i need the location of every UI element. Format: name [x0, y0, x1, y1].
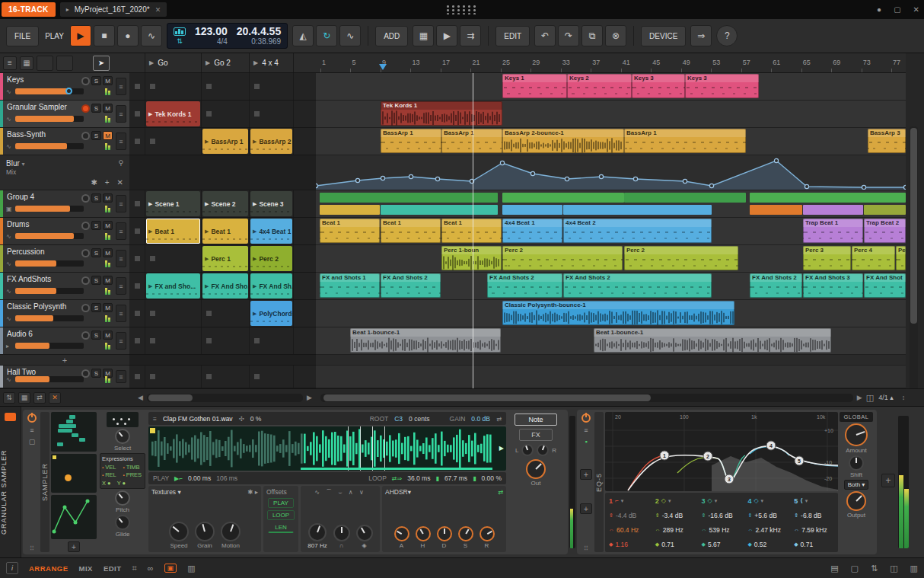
arm-button[interactable] [81, 276, 90, 285]
loop-start-value[interactable]: 36.0 ms [407, 474, 430, 482]
launcher-cell[interactable]: ▶Tek Kords 1 [145, 101, 202, 127]
pan-right-knob[interactable] [537, 444, 549, 456]
arranger-clip[interactable]: 4x4 Beat 1 [502, 219, 562, 243]
cents-value[interactable]: 0 cents [409, 415, 429, 423]
track-row[interactable]: FX AndShots∿SM≡ [0, 273, 129, 300]
freeze-icon[interactable]: ✱ ▸ [247, 488, 258, 496]
grain-knob[interactable] [195, 522, 215, 541]
arm-button[interactable] [81, 132, 90, 140]
arm-button[interactable] [81, 369, 90, 378]
random-display[interactable] [107, 412, 139, 427]
launcher-cell[interactable]: ▶Scene 1 [145, 190, 202, 217]
group-mini-clip[interactable] [320, 205, 380, 215]
snap-icon[interactable]: ⌗ [132, 564, 137, 573]
grain-size-knob[interactable] [308, 523, 327, 541]
wave-zoom-icon[interactable]: ⇄ [496, 415, 502, 423]
arranger-clip[interactable]: Keys 1 [502, 74, 567, 98]
track-menu-button[interactable]: ≡ [116, 332, 126, 350]
eq-band-select[interactable]: 2◇▾ [653, 497, 698, 505]
record-button[interactable]: ● [117, 25, 139, 46]
gain-value[interactable]: 0.0 dB [471, 415, 490, 423]
sampler-power-button[interactable] [27, 414, 37, 423]
notes-panel-icon[interactable]: ▢ [851, 564, 859, 573]
eq-band-freq[interactable]: ⇔289 Hz [653, 526, 698, 534]
eq-band-freq[interactable]: ⇔60.4 Hz [607, 526, 652, 534]
solo-button[interactable]: S [91, 303, 101, 312]
arranger-clip[interactable]: Perc 1-boun [441, 246, 502, 270]
launcher-clip[interactable]: ▶Scene 2 [202, 191, 248, 216]
track-name[interactable]: Bass-Synth [7, 130, 46, 139]
mute-button[interactable]: M [103, 331, 113, 340]
grid-resolution-label[interactable]: 4/1 ▴ [874, 394, 898, 401]
group-mini-clip[interactable] [750, 205, 802, 215]
track-menu-button[interactable]: ≡ [116, 277, 126, 295]
stop-button[interactable] [129, 245, 145, 272]
detail-panel-icon[interactable]: ▥ [910, 564, 918, 573]
track-volume-bar[interactable] [15, 376, 84, 382]
launcher-clip[interactable]: ▶BassArp 2 [250, 129, 292, 154]
browser-bars-button[interactable]: ▦ [413, 25, 434, 46]
launcher-clip[interactable]: ▶Perc 1 [202, 246, 248, 271]
eq-band-select[interactable]: 5⟨▾ [792, 497, 836, 505]
follow-playback-button[interactable]: ▶ [436, 25, 457, 46]
select-knob[interactable] [115, 429, 130, 444]
stretch-value[interactable]: 0 % [250, 415, 262, 423]
launcher-cell[interactable]: ▶Perc 2 [250, 245, 294, 272]
offset-loop[interactable]: LOOP [267, 510, 295, 520]
launcher-cell[interactable] [202, 327, 250, 354]
redo-button[interactable]: ↷ [558, 25, 579, 46]
project-close-icon[interactable]: ✕ [155, 6, 161, 14]
stop-button[interactable]: ■ [94, 25, 115, 46]
track-volume-bar[interactable] [15, 315, 84, 321]
launcher-cell[interactable]: ▶Scene 2 [202, 190, 250, 217]
launcher-clip[interactable]: ▶FX And Sho... [202, 273, 248, 299]
track-volume-bar[interactable] [15, 116, 84, 122]
automation-lane[interactable] [316, 155, 906, 190]
add-button[interactable]: ADD [375, 26, 408, 46]
launcher-clip[interactable]: ▶Tek Kords 1 [146, 101, 200, 126]
scene-header-1[interactable]: ▶Go [145, 53, 202, 72]
track-name[interactable]: Classic Polysynth [7, 302, 66, 311]
track-menu-button[interactable]: ≡ [116, 78, 126, 95]
stop-button[interactable] [129, 273, 145, 299]
arm-button[interactable] [81, 104, 90, 113]
play-length-value[interactable]: 106 ms [216, 474, 237, 482]
metronome-button[interactable]: ◭ [292, 25, 314, 46]
eq-mode-dropdown[interactable]: Both ▾ [844, 480, 869, 490]
scene-play-icon[interactable]: ▶ [253, 59, 258, 66]
eq-slot-add-2[interactable]: + [580, 503, 592, 514]
waveform-display[interactable]: ▶ [148, 426, 506, 471]
track-row[interactable]: Bass-Synth∿SM≡ [0, 128, 129, 155]
pan-left-knob[interactable] [521, 444, 534, 456]
sampler-name-vertical[interactable]: SAMPLER [40, 412, 49, 552]
expression-axis-y[interactable]: Y ● [117, 480, 126, 487]
launcher-clip[interactable]: ▶Scene 1 [146, 191, 200, 216]
expand-icon[interactable]: ↕ [898, 394, 910, 401]
stop-button[interactable] [129, 101, 145, 127]
track-menu-button[interactable]: ≡ [116, 222, 126, 240]
punch-button[interactable]: ∿ [339, 25, 361, 46]
expression-vel[interactable]: VEL [102, 464, 123, 471]
arranger-clip[interactable]: BassArp 1 [381, 129, 441, 153]
group-mini-clip[interactable] [563, 205, 712, 215]
arranger-clip[interactable]: BassArp 3 [868, 129, 906, 153]
launcher-cell[interactable] [145, 327, 202, 354]
launcher-cell[interactable]: ▶Perc 1 [202, 245, 250, 272]
edit-button[interactable]: EDIT [495, 26, 530, 46]
file-button[interactable]: FILE [6, 26, 39, 46]
window-restore-icon[interactable]: ▢ [894, 5, 900, 14]
display-mode-icon[interactable] [174, 27, 186, 36]
launcher-cell[interactable] [250, 366, 294, 388]
sample-filename[interactable]: Clap FM Gothen 01.wav [163, 415, 233, 423]
group-mini-clip[interactable] [381, 205, 498, 215]
stop-button[interactable] [129, 73, 145, 100]
window-dot-icon[interactable]: ● [877, 5, 881, 14]
arranger-clip[interactable]: Beat 1 [441, 219, 502, 243]
track-name[interactable]: Percussion [7, 247, 44, 256]
solo-button[interactable]: S [91, 104, 101, 113]
track-row[interactable]: Group 4▣SM≡ [0, 190, 129, 218]
track-volume-bar[interactable] [15, 260, 84, 267]
track-name[interactable]: Audio 6 [7, 330, 33, 338]
automation-star-icon[interactable]: ✱ [91, 178, 97, 187]
view-tab-edit[interactable]: EDIT [104, 564, 122, 573]
